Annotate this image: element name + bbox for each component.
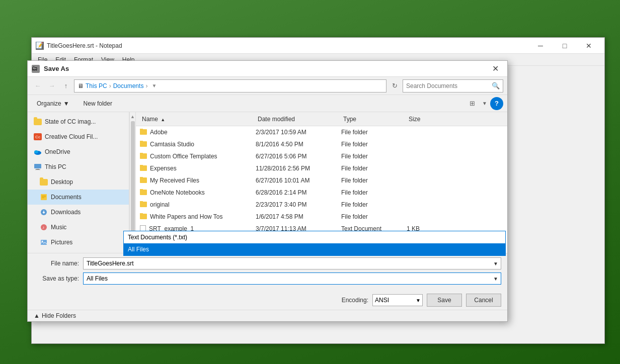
file-cell-name: Adobe bbox=[140, 129, 256, 136]
sidebar-item-music[interactable]: ♪ Music bbox=[28, 220, 129, 235]
sidebar-item-documents[interactable]: Documents bbox=[28, 190, 129, 205]
notepad-close-button[interactable]: ✕ bbox=[577, 38, 600, 53]
table-row[interactable]: Adobe 2/3/2017 10:59 AM File folder bbox=[136, 126, 507, 138]
encoding-select[interactable]: ANSI bbox=[372, 294, 423, 306]
sidebar-item-pictures[interactable]: Pictures bbox=[28, 235, 129, 250]
file-cell-date: 6/28/2016 2:14 PM bbox=[256, 189, 341, 196]
view-dropdown-button[interactable]: ▼ bbox=[480, 97, 489, 110]
svg-rect-4 bbox=[35, 169, 40, 170]
hide-folders-button[interactable]: ▲ Hide Folders bbox=[34, 312, 76, 319]
creative-cloud-icon: Cc bbox=[34, 133, 42, 141]
folder-icon bbox=[140, 190, 147, 195]
cancel-button[interactable]: Cancel bbox=[466, 294, 501, 307]
sidebar-item-desktop[interactable]: Desktop bbox=[28, 174, 129, 190]
encoding-label: Encoding: bbox=[342, 297, 368, 304]
view-buttons: ⊞ ▼ ? bbox=[465, 97, 503, 110]
hide-folders-icon: ▲ bbox=[34, 312, 40, 319]
table-row[interactable]: Custom Office Templates 6/27/2016 5:06 P… bbox=[136, 150, 507, 162]
filename-input[interactable] bbox=[83, 257, 501, 269]
sidebar: State of CC imag... Cc Creative Cloud Fi… bbox=[28, 112, 129, 253]
table-row[interactable]: White Papers and How Tos 1/6/2017 4:58 P… bbox=[136, 211, 507, 223]
file-cell-type: File folder bbox=[341, 189, 407, 196]
svg-rect-7 bbox=[42, 197, 46, 197]
file-cell-type: File folder bbox=[341, 153, 407, 160]
organize-button[interactable]: Organize ▼ bbox=[32, 99, 74, 109]
forward-button[interactable]: → bbox=[46, 80, 58, 92]
dropdown-option-all[interactable]: All Files bbox=[124, 243, 505, 255]
column-name-label: Name bbox=[142, 116, 158, 123]
state-cc-icon bbox=[34, 118, 42, 126]
file-cell-type: File folder bbox=[341, 177, 407, 184]
table-row[interactable]: OneNote Notebooks 6/28/2016 2:14 PM File… bbox=[136, 187, 507, 199]
documents-icon bbox=[40, 193, 48, 201]
folder-icon bbox=[140, 129, 147, 135]
sidebar-item-creative-cloud[interactable]: Cc Creative Cloud Fil... bbox=[28, 129, 129, 144]
search-button[interactable]: 🔍 bbox=[492, 82, 500, 89]
folder-icon bbox=[140, 202, 147, 207]
file-cell-name: Custom Office Templates bbox=[140, 153, 256, 160]
save-button[interactable]: Save bbox=[427, 294, 462, 307]
music-icon: ♪ bbox=[40, 223, 48, 231]
file-cell-name: White Papers and How Tos bbox=[140, 213, 256, 220]
downloads-icon bbox=[40, 208, 48, 216]
table-row[interactable]: Expenses 11/28/2016 2:56 PM File folder bbox=[136, 162, 507, 174]
sidebar-item-state-cc[interactable]: State of CC imag... bbox=[28, 114, 129, 129]
dialog-close-button[interactable]: ✕ bbox=[487, 61, 503, 76]
sidebar-scroll-up[interactable]: ▲ bbox=[130, 113, 135, 120]
file-cell-date: 6/27/2016 5:06 PM bbox=[256, 153, 341, 160]
svg-point-1 bbox=[34, 150, 38, 153]
dialog-organize-toolbar: Organize ▼ New folder ⊞ ▼ ? bbox=[28, 95, 507, 112]
notepad-minimize-button[interactable]: ─ bbox=[529, 38, 552, 53]
column-header-size[interactable]: Size bbox=[407, 116, 447, 123]
search-input[interactable] bbox=[406, 82, 490, 89]
sort-arrow: ▲ bbox=[161, 117, 165, 122]
file-cell-name: OneNote Notebooks bbox=[140, 189, 256, 196]
file-cell-date: 8/1/2016 4:50 PM bbox=[256, 141, 341, 148]
svg-rect-8 bbox=[42, 198, 44, 198]
back-button[interactable]: ← bbox=[32, 80, 44, 92]
notepad-window-controls: ─ □ ✕ bbox=[529, 38, 600, 53]
breadcrumb-sep1: › bbox=[109, 82, 111, 89]
savetype-label: Save as type: bbox=[34, 275, 79, 282]
column-header-name[interactable]: Name ▲ bbox=[140, 116, 256, 123]
notepad-maximize-button[interactable]: □ bbox=[553, 38, 576, 53]
filename-label: File name: bbox=[34, 260, 79, 267]
new-folder-button[interactable]: New folder bbox=[79, 99, 117, 109]
table-row[interactable]: Camtasia Studio 8/1/2016 4:50 PM File fo… bbox=[136, 138, 507, 150]
file-cell-type: File folder bbox=[341, 213, 407, 220]
dialog-navigation-toolbar: ← → ↑ 🖥 This PC › Documents › ▼ ↻ 🔍 bbox=[28, 77, 507, 95]
file-cell-type: File folder bbox=[341, 141, 407, 148]
view-toggle-button[interactable]: ⊞ bbox=[465, 97, 479, 110]
dialog-titlebar: 🗂 Save As ✕ bbox=[28, 61, 507, 77]
refresh-button[interactable]: ↻ bbox=[389, 80, 401, 92]
dialog-title: Save As bbox=[44, 65, 487, 72]
sidebar-state-cc-label: State of CC imag... bbox=[45, 118, 96, 125]
address-bar: 🖥 This PC › Documents › ▼ bbox=[74, 79, 386, 93]
column-header-type[interactable]: Type bbox=[341, 116, 407, 123]
file-cell-date: 2/3/2017 10:59 AM bbox=[256, 129, 341, 136]
file-cell-date: 2/23/2017 3:40 PM bbox=[256, 201, 341, 208]
folder-icon bbox=[140, 214, 147, 219]
file-cell-type: File folder bbox=[341, 165, 407, 172]
sidebar-item-onedrive[interactable]: OneDrive bbox=[28, 144, 129, 159]
sidebar-item-downloads[interactable]: Downloads bbox=[28, 205, 129, 220]
file-cell-name: Camtasia Studio bbox=[140, 141, 256, 148]
file-list-header: Name ▲ Date modified Type Size bbox=[136, 112, 507, 126]
svg-rect-2 bbox=[34, 164, 41, 168]
notepad-title: TitleGoesHere.srt - Notepad bbox=[47, 42, 529, 49]
breadcrumb-documents[interactable]: Documents bbox=[113, 82, 144, 89]
breadcrumb-thispc[interactable]: This PC bbox=[86, 82, 107, 89]
sidebar-item-thispc[interactable]: This PC bbox=[28, 159, 129, 174]
up-button[interactable]: ↑ bbox=[60, 80, 72, 92]
sidebar-downloads-label: Downloads bbox=[51, 209, 81, 216]
table-row[interactable]: My Received Files 6/27/2016 10:01 AM Fil… bbox=[136, 174, 507, 187]
help-button[interactable]: ? bbox=[490, 97, 503, 110]
svg-rect-6 bbox=[42, 196, 46, 196]
svg-text:♪: ♪ bbox=[42, 225, 44, 230]
dropdown-option-txt[interactable]: Text Documents (*.txt) bbox=[124, 231, 505, 243]
column-header-date[interactable]: Date modified bbox=[256, 116, 341, 123]
savetype-select[interactable]: Text Documents (*.txt) All Files bbox=[83, 272, 501, 285]
file-cell-date: 11/28/2016 2:56 PM bbox=[256, 165, 341, 172]
address-expand-button[interactable]: ▼ bbox=[149, 80, 159, 92]
table-row[interactable]: original 2/23/2017 3:40 PM File folder bbox=[136, 199, 507, 211]
